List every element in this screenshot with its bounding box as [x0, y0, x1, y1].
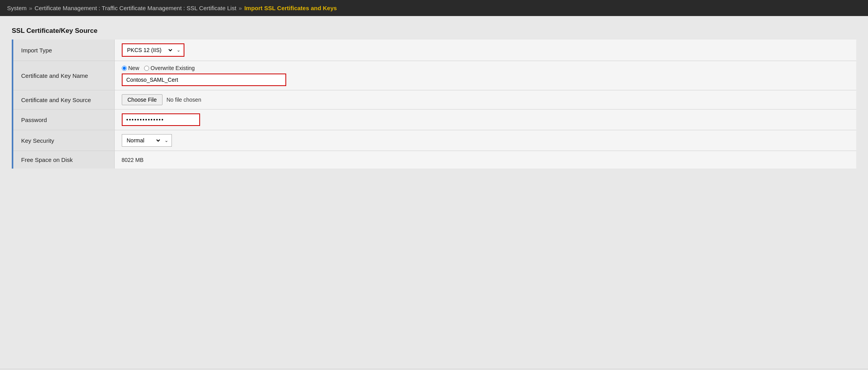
import-type-chevron-icon: ⌄	[173, 45, 184, 55]
cert-key-source-row: Certificate and Key Source Choose File N…	[13, 90, 856, 110]
choose-file-button[interactable]: Choose File	[122, 94, 163, 105]
cert-name-input[interactable]	[122, 74, 286, 86]
import-type-label: Import Type	[13, 40, 114, 61]
file-input-wrapper: Choose File No file chosen	[122, 94, 850, 105]
free-space-value-cell: 8022 MB	[114, 151, 856, 169]
key-security-chevron-icon: ⌄	[161, 135, 171, 145]
password-label: Password	[13, 110, 114, 130]
radio-new-text: New	[128, 65, 139, 71]
key-security-select-wrapper[interactable]: Normal High ⌄	[122, 134, 172, 147]
cert-key-name-radio-group: New Overwrite Existing	[122, 65, 850, 71]
password-input[interactable]	[122, 113, 200, 126]
import-type-row: Import Type PKCS 12 (IIS) PEM PKCS7 DER …	[13, 40, 856, 61]
import-type-select-wrapper[interactable]: PKCS 12 (IIS) PEM PKCS7 DER ⌄	[122, 43, 184, 57]
cert-key-name-row: Certificate and Key Name New Overwrite E…	[13, 61, 856, 90]
form-table: Import Type PKCS 12 (IIS) PEM PKCS7 DER …	[12, 40, 856, 169]
import-type-value-cell: PKCS 12 (IIS) PEM PKCS7 DER ⌄	[114, 40, 856, 61]
free-space-value: 8022 MB	[122, 157, 144, 163]
password-value-cell	[114, 110, 856, 130]
password-row: Password	[13, 110, 856, 130]
radio-overwrite-text: Overwrite Existing	[151, 65, 195, 71]
free-space-label: Free Space on Disk	[13, 151, 114, 169]
key-security-value-cell: Normal High ⌄	[114, 130, 856, 151]
key-security-label: Key Security	[13, 130, 114, 151]
main-content: SSL Certificate/Key Source Import Type P…	[0, 16, 868, 369]
radio-overwrite[interactable]	[144, 66, 149, 71]
breadcrumb-item-cert-mgmt[interactable]: Certificate Management : Traffic Certifi…	[34, 5, 236, 11]
cert-key-source-value-cell: Choose File No file chosen	[114, 90, 856, 110]
no-file-text: No file chosen	[166, 97, 201, 103]
section-title: SSL Certificate/Key Source	[12, 27, 856, 35]
breadcrumb: System » Certificate Management : Traffi…	[0, 0, 868, 16]
cert-key-name-value-cell: New Overwrite Existing	[114, 61, 856, 90]
radio-new[interactable]	[122, 66, 127, 71]
cert-key-source-label: Certificate and Key Source	[13, 90, 114, 110]
breadcrumb-item-system[interactable]: System	[7, 5, 27, 11]
breadcrumb-separator-1: »	[29, 5, 32, 11]
key-security-row: Key Security Normal High ⌄	[13, 130, 856, 151]
radio-overwrite-label[interactable]: Overwrite Existing	[144, 65, 195, 71]
import-type-select[interactable]: PKCS 12 (IIS) PEM PKCS7 DER	[123, 44, 173, 56]
free-space-row: Free Space on Disk 8022 MB	[13, 151, 856, 169]
breadcrumb-separator-2: »	[239, 5, 242, 11]
key-security-select[interactable]: Normal High	[122, 135, 161, 146]
cert-key-name-label: Certificate and Key Name	[13, 61, 114, 90]
breadcrumb-item-current: Import SSL Certificates and Keys	[244, 5, 337, 11]
radio-new-label[interactable]: New	[122, 65, 139, 71]
